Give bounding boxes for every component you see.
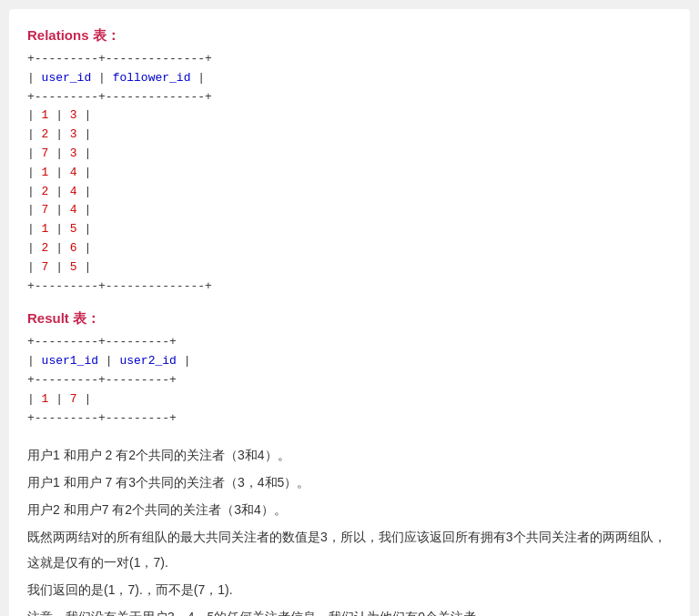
follower-id-col: follower_id [113,71,191,85]
result-border-top: +---------+---------+ [27,333,672,352]
relations-section: Relations 表： +---------+--------------+ … [27,27,672,296]
user2-id-col: user2_id [119,354,176,368]
main-container: Relations 表： +---------+--------------+ … [9,9,690,616]
prose-line-2: 用户1 和用户 7 有3个共同的关注者（3，4和5）。 [27,470,672,495]
pipe2: | [190,71,205,85]
result-border-mid: +---------+---------+ [27,371,672,390]
prose-line-4: 既然两两结对的所有组队的最大共同关注者的数值是3，所以，我们应该返回所有拥有3个… [27,524,672,575]
relations-row-1: | 1 | 3 | [27,106,672,126]
sep2: | [98,354,119,368]
relations-row-3: | 7 | 3 | [27,145,672,164]
relations-row-7: | 1 | 5 | [27,220,672,239]
result-border-bot: +---------+---------+ [27,409,672,429]
relations-border-top: +---------+--------------+ [27,50,672,69]
relations-row-9: | 7 | 5 | [27,258,672,278]
result-section: Result 表： +---------+---------+ | user1_… [27,310,672,428]
relations-row-6: | 7 | 4 | [27,201,672,220]
relations-row-8: | 2 | 6 | [27,239,672,258]
pipe3: | [27,354,42,368]
relations-keyword: Relations 表： [27,27,120,43]
result-table: +---------+---------+ | user1_id | user2… [27,333,672,428]
result-title: Result 表： [27,310,672,328]
relations-row-4: | 1 | 4 | [27,164,672,183]
relations-row-2: | 2 | 3 | [27,126,672,145]
result-header-row: | user1_id | user2_id | [27,352,672,371]
result-keyword: Result 表： [27,310,100,326]
relations-row-5: | 2 | 4 | [27,183,672,202]
prose-section: 用户1 和用户 2 有2个共同的关注者（3和4）。 用户1 和用户 7 有3个共… [27,442,672,616]
result-row-1: | 1 | 7 | [27,390,672,409]
relations-border-mid: +---------+--------------+ [27,88,672,107]
sep1: | [91,71,112,85]
user1-id-col: user1_id [42,354,98,368]
prose-line-5: 我们返回的是(1，7).，而不是(7，1). [27,577,672,602]
relations-table: +---------+--------------+ | user_id | f… [27,50,672,296]
relations-border-bot: +---------+--------------+ [27,278,672,297]
prose-line-3: 用户2 和用户7 有2个共同的关注者（3和4）。 [27,497,672,522]
prose-line-6: 注意，我们没有关于用户3，4，5的任何关注者信息，我们认为他们有0个关注者。 [27,604,672,616]
pipe1: | [27,71,42,85]
pipe4: | [177,354,191,368]
relations-title: Relations 表： [27,27,672,45]
prose-line-1: 用户1 和用户 2 有2个共同的关注者（3和4）。 [27,442,672,468]
user-id-col: user_id [42,71,92,85]
relations-header-row: | user_id | follower_id | [27,69,672,88]
